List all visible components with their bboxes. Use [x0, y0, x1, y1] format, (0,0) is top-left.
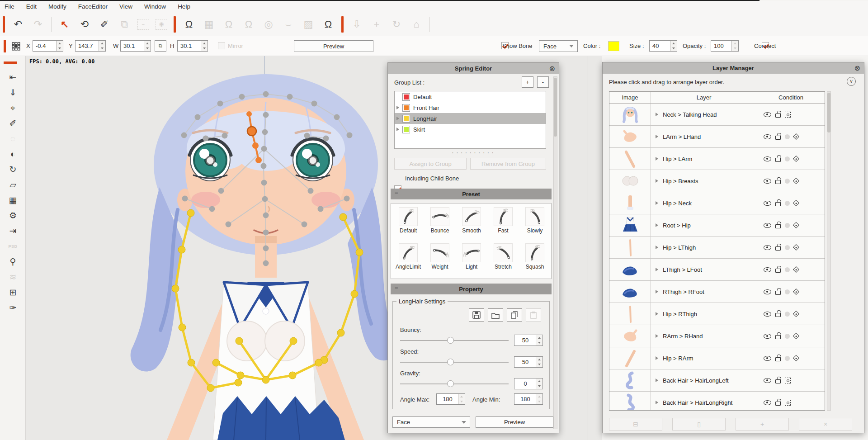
- caret-right-icon[interactable]: [656, 201, 658, 205]
- gravity-field[interactable]: 0: [514, 378, 543, 389]
- spring-preview-button[interactable]: Preview: [476, 416, 553, 428]
- link-wh-button[interactable]: ⧉: [155, 40, 166, 52]
- visibility-icon[interactable]: [764, 179, 771, 184]
- spring-scrollbar[interactable]: [553, 76, 557, 429]
- preset-light[interactable]: Light: [457, 243, 486, 270]
- psd-tool-icon[interactable]: PSD: [0, 240, 26, 253]
- lasso-select-icon[interactable]: ⟲: [78, 18, 91, 31]
- head-remove-icon[interactable]: Ω: [321, 18, 335, 31]
- remove-from-group-button[interactable]: Remove from Group: [470, 158, 546, 170]
- bouncy-slider[interactable]: [400, 340, 509, 341]
- preset-squash[interactable]: Squash: [520, 243, 549, 270]
- lock-icon[interactable]: [775, 114, 781, 118]
- gravity-stepper[interactable]: [536, 378, 542, 389]
- layer-scrollbar[interactable]: [827, 91, 831, 411]
- splitter-handle[interactable]: ▪ ▪ ▪ ▪ ▪ ▪ ▪ ▪ ▪ ▪: [388, 151, 559, 154]
- layer-row[interactable]: RArm > RHand: [609, 325, 825, 347]
- paint-tool-icon[interactable]: ✑: [0, 301, 26, 315]
- group-color-swatch[interactable]: [402, 93, 410, 101]
- caret-right-icon[interactable]: [656, 179, 658, 183]
- visibility-icon[interactable]: [764, 267, 771, 272]
- layer-row[interactable]: Hip > RArm: [609, 347, 825, 369]
- grid-snap-icon[interactable]: [12, 42, 20, 51]
- flip-visibility-icon[interactable]: [793, 200, 799, 206]
- head-rotate-icon[interactable]: ↻: [0, 163, 26, 176]
- rotate-tool-icon[interactable]: ↻: [390, 18, 403, 31]
- caret-right-icon[interactable]: [656, 246, 658, 249]
- actor-setup-icon[interactable]: ⌖: [0, 101, 26, 115]
- preset-default[interactable]: Default: [394, 207, 423, 234]
- texture-tool-icon[interactable]: ▨: [302, 18, 315, 31]
- collapse-icon[interactable]: −: [395, 189, 398, 196]
- flip-visibility-icon[interactable]: [793, 222, 799, 228]
- page-transform-icon[interactable]: ▱: [0, 178, 26, 192]
- lock-icon[interactable]: [775, 335, 781, 339]
- head-profile-icon[interactable]: Ω: [222, 18, 236, 31]
- pin-tool-icon[interactable]: ✐: [0, 117, 26, 130]
- flip-visibility-icon[interactable]: [793, 156, 799, 162]
- delete-layer-button[interactable]: ×: [799, 418, 852, 431]
- spring-editor-titlebar[interactable]: Spring Editor ⊗: [388, 63, 559, 74]
- open-preset-button[interactable]: [488, 308, 503, 322]
- anchor-down-icon[interactable]: ⇩: [350, 18, 363, 31]
- caret-right-icon[interactable]: [656, 157, 658, 161]
- layer-row[interactable]: Hip > Neck: [609, 192, 825, 214]
- home-view-icon[interactable]: ⌂: [410, 18, 423, 31]
- preset-bounce[interactable]: Bounce: [425, 207, 454, 234]
- caret-right-icon[interactable]: [656, 223, 658, 227]
- menu-view[interactable]: View: [119, 3, 132, 10]
- angle-min-stepper[interactable]: [536, 394, 542, 404]
- head-tool-icon[interactable]: Ω: [182, 18, 196, 31]
- mirror-checkbox[interactable]: [218, 42, 225, 49]
- visibility-icon[interactable]: [764, 400, 771, 405]
- layer-row[interactable]: Hip > LThigh: [609, 237, 825, 259]
- lock-icon[interactable]: [775, 313, 781, 317]
- caret-right-icon[interactable]: [656, 268, 658, 271]
- lock-icon[interactable]: [775, 357, 781, 361]
- add-layer-button[interactable]: +: [736, 418, 789, 431]
- angle-max-value[interactable]: 180: [437, 394, 458, 404]
- caret-right-icon[interactable]: [396, 106, 399, 109]
- group-color-swatch[interactable]: [402, 104, 410, 112]
- assign-to-group-button[interactable]: Assign to Group: [394, 158, 467, 170]
- y-value[interactable]: 143.7: [75, 41, 99, 51]
- spring-tool-icon[interactable]: ≋: [0, 270, 26, 284]
- close-icon[interactable]: ⊗: [549, 64, 555, 73]
- preset-weight[interactable]: Weight: [425, 243, 454, 270]
- flip-visibility-icon[interactable]: [793, 289, 799, 295]
- head-mesh-icon[interactable]: ◐: [0, 147, 26, 161]
- layer-row[interactable]: Neck > Talking Head: [609, 104, 825, 126]
- mask-tool-icon[interactable]: ◌: [0, 132, 26, 146]
- lock-icon[interactable]: [775, 158, 781, 162]
- flip-visibility-icon[interactable]: [793, 133, 799, 140]
- gravity-slider[interactable]: [400, 383, 509, 384]
- menu-file[interactable]: File: [5, 3, 14, 10]
- lock-icon[interactable]: [775, 136, 781, 140]
- caret-right-icon[interactable]: [656, 290, 658, 293]
- caret-right-icon[interactable]: [656, 113, 658, 116]
- bone-type-dropdown[interactable]: Face: [539, 40, 578, 52]
- selection-box-icon[interactable]: [785, 400, 791, 406]
- layer-row[interactable]: Hip > RThigh: [609, 303, 825, 325]
- group-color-swatch[interactable]: [402, 126, 410, 133]
- chevron-down-icon[interactable]: ∨: [847, 77, 856, 86]
- flip-visibility-icon[interactable]: [793, 266, 799, 273]
- caret-right-icon[interactable]: [656, 312, 658, 316]
- size-field[interactable]: 40: [649, 40, 677, 52]
- layer-row[interactable]: RThigh > RFoot: [609, 281, 825, 303]
- gravity-value[interactable]: 0: [514, 378, 536, 389]
- selection-box-icon[interactable]: [785, 112, 791, 118]
- preset-smooth[interactable]: Smooth: [457, 207, 486, 234]
- copy-settings-button[interactable]: [507, 308, 522, 322]
- opacity-value[interactable]: 100: [711, 41, 731, 51]
- preset-fast[interactable]: Fast: [489, 207, 518, 234]
- x-field[interactable]: -0.4: [33, 40, 63, 52]
- x-value[interactable]: -0.4: [33, 41, 56, 51]
- w-value[interactable]: 30.1: [121, 41, 144, 51]
- preset-anglelimit[interactable]: AngleLimit: [394, 243, 423, 270]
- visibility-icon[interactable]: [764, 156, 771, 161]
- h-field[interactable]: 30.1: [177, 40, 208, 52]
- spring-bone-type-dropdown[interactable]: Face: [392, 416, 470, 428]
- collapse-icon[interactable]: −: [395, 284, 398, 291]
- caret-right-icon[interactable]: [656, 334, 658, 338]
